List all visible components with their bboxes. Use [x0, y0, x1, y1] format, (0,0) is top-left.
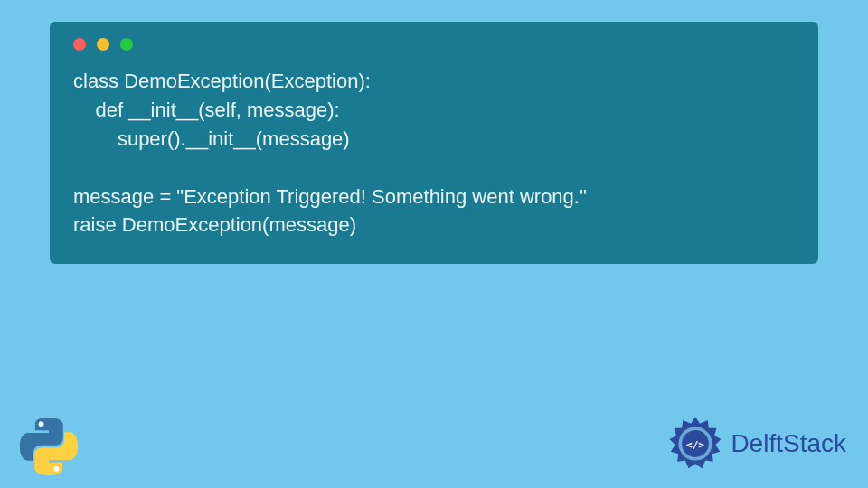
code-line-3: super().__init__(message): [73, 127, 350, 150]
brand-name: DelftStack: [731, 429, 846, 458]
maximize-icon: [120, 38, 133, 51]
code-line-6: raise DemoException(message): [73, 213, 356, 236]
code-line-1: class DemoException(Exception):: [73, 70, 371, 92]
code-block: class DemoException(Exception): def __in…: [73, 67, 795, 239]
minimize-icon: [97, 38, 109, 51]
code-line-2: def __init__(self, message):: [73, 99, 340, 121]
python-icon: [16, 414, 81, 479]
window-controls: [73, 38, 795, 51]
svg-text:</>: </>: [686, 439, 704, 451]
code-window: class DemoException(Exception): def __in…: [50, 22, 818, 264]
svg-point-0: [39, 421, 44, 427]
close-icon: [73, 38, 86, 51]
gear-badge-icon: </>: [667, 416, 723, 472]
svg-point-1: [54, 466, 60, 472]
delftstack-logo: </> DelftStack: [667, 416, 846, 472]
code-line-5: message = "Exception Triggered! Somethin…: [73, 185, 587, 208]
